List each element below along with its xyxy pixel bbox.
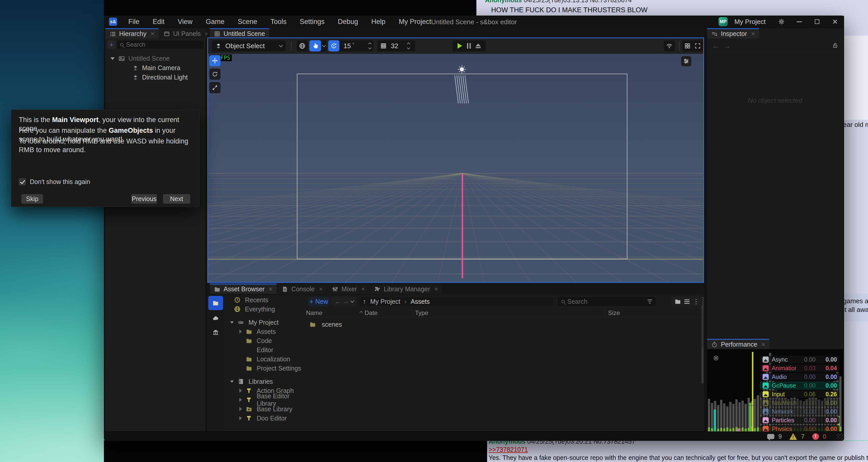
grid-snap-control[interactable]: 32 <box>377 40 415 52</box>
menu-item[interactable]: Debug <box>331 16 365 28</box>
project-badge[interactable]: MP <box>718 17 728 26</box>
local-files-button[interactable] <box>208 296 223 310</box>
scale-tool-button[interactable] <box>209 82 220 93</box>
asset-tree-item[interactable]: Base Editor Library <box>224 395 302 404</box>
asset-tree-item[interactable]: Doo Editor <box>224 413 302 423</box>
file-row-scenes[interactable]: scenes <box>303 319 704 330</box>
panel-tab[interactable]: UI Panels <box>159 28 213 38</box>
dont-show-again-checkbox[interactable] <box>19 178 26 185</box>
pointer-button[interactable] <box>309 40 321 52</box>
files-scrollbar[interactable] <box>702 309 704 347</box>
menu-item[interactable]: Tools <box>264 16 293 28</box>
perf-legend-row[interactable]: Input 0.06 0.26 <box>760 391 839 398</box>
add-gameobject-button[interactable]: + <box>107 40 116 49</box>
forward-icon[interactable]: → <box>342 298 349 306</box>
column-divider[interactable] <box>363 310 363 316</box>
perf-legend-row[interactable]: GcPause 0.00 0.00 <box>760 382 839 389</box>
tab-untitled-scene[interactable]: Untitled Scene <box>210 28 269 38</box>
quote-link[interactable]: >>737821071 <box>489 446 528 453</box>
filter-icon[interactable] <box>648 299 652 304</box>
menu-item[interactable]: Settings <box>293 16 331 28</box>
menu-item[interactable]: File <box>122 16 146 28</box>
column-header-date[interactable]: Date <box>365 309 378 317</box>
asset-search-input[interactable]: Search <box>558 297 656 306</box>
hierarchy-tree-item[interactable]: Directional Light <box>105 73 205 82</box>
new-asset-button[interactable]: + New <box>308 297 329 306</box>
warning-icon[interactable] <box>789 433 797 440</box>
pointer-snap-button[interactable] <box>309 40 327 52</box>
asset-tree-item[interactable]: Assets <box>224 327 302 336</box>
cloud-assets-button[interactable] <box>208 311 223 325</box>
resize-grip[interactable] <box>836 433 843 440</box>
asset-tree-item[interactable]: Recents <box>224 295 302 305</box>
panel-tab[interactable]: Console <box>278 284 327 294</box>
asset-tree-item[interactable]: Editor <box>224 345 302 354</box>
settings-gear-button[interactable] <box>776 17 787 27</box>
viewport-settings-button[interactable] <box>681 56 691 66</box>
expand-caret-icon[interactable] <box>111 57 115 60</box>
network-status-button[interactable] <box>664 40 675 52</box>
pause-button[interactable] <box>467 43 471 49</box>
perf-legend-row[interactable]: Async 0.00 0.00 <box>760 356 839 364</box>
tab-performance[interactable]: Performance <box>707 339 769 349</box>
menu-item[interactable]: Scene <box>231 16 264 28</box>
rotation-snap-button[interactable] <box>328 40 339 52</box>
stop-button[interactable] <box>476 44 481 48</box>
chevron-down-icon[interactable] <box>350 299 354 303</box>
back-icon[interactable]: ← <box>334 298 341 306</box>
perf-legend-row[interactable]: Animation 0.03 0.04 <box>760 365 839 372</box>
panel-tab[interactable]: Hierarchy <box>105 28 158 38</box>
breadcrumb-item[interactable]: Assets <box>411 298 430 305</box>
column-header-type[interactable]: Type <box>415 309 428 317</box>
rotate-tool-button[interactable] <box>209 68 220 80</box>
fullscreen-icon[interactable] <box>694 42 701 49</box>
perf-legend-row[interactable]: Particles 0.00 0.00 <box>760 416 839 424</box>
close-button[interactable] <box>829 17 840 27</box>
more-options-icon[interactable]: ⋮ <box>693 298 700 306</box>
next-button[interactable]: Next <box>163 194 190 204</box>
rotation-snap-value[interactable]: 15 <box>343 42 351 50</box>
panel-tab[interactable]: Mixer <box>328 284 369 294</box>
perf-legend-row[interactable]: NavMesh 0.00 0.00 <box>760 399 839 407</box>
asset-tree-item[interactable]: Base Library <box>224 404 302 413</box>
close-tab-icon[interactable] <box>269 287 273 291</box>
play-button[interactable] <box>458 43 462 49</box>
expand-caret-icon[interactable] <box>239 388 242 393</box>
asset-tree-item[interactable]: Code <box>224 336 302 345</box>
quad-view-icon[interactable] <box>684 42 691 49</box>
menu-item[interactable]: Edit <box>146 16 172 28</box>
messages-icon[interactable] <box>767 434 774 439</box>
perf-legend-row[interactable]: Network 0.00 0.00 <box>760 408 839 415</box>
error-icon[interactable]: ! <box>812 433 819 440</box>
directional-light-gizmo[interactable] <box>449 62 475 108</box>
asset-tree-item[interactable]: Everything <box>224 305 302 314</box>
skip-button[interactable]: Skip <box>21 194 43 204</box>
pointer-dropdown[interactable] <box>321 45 327 47</box>
folder-view-icon[interactable] <box>675 298 681 305</box>
grid-snap-value[interactable]: 32 <box>391 42 398 50</box>
world-space-button[interactable] <box>297 40 308 52</box>
hierarchy-tree-item[interactable]: Untitled Scene <box>105 54 205 63</box>
expand-caret-icon[interactable] <box>239 398 242 402</box>
close-tab-icon[interactable] <box>761 343 765 346</box>
project-name[interactable]: My Project <box>734 18 766 26</box>
close-tab-icon[interactable] <box>434 287 438 291</box>
close-tab-icon[interactable] <box>361 287 365 291</box>
asset-tree-item[interactable]: Project Settings <box>224 364 302 373</box>
minimize-button[interactable] <box>794 17 805 27</box>
column-divider[interactable] <box>605 310 605 316</box>
asset-tree-item[interactable]: Localization <box>224 354 302 364</box>
menu-item[interactable]: Help <box>365 16 392 28</box>
hierarchy-search-input[interactable]: Search <box>117 40 204 49</box>
tab-inspector[interactable]: Inspector <box>707 28 759 38</box>
menu-item[interactable]: View <box>171 16 199 28</box>
breadcrumb-item[interactable]: My Project <box>370 298 400 305</box>
asset-tree-item[interactable]: Libraries <box>224 377 302 386</box>
close-tab-icon[interactable] <box>319 287 322 291</box>
expand-caret-icon[interactable] <box>230 321 234 324</box>
panel-tab[interactable]: Asset Browser <box>210 284 277 294</box>
asset-tree-item[interactable]: My Project <box>224 318 302 327</box>
viewport-scene[interactable]: 59 FPS <box>208 54 703 282</box>
rotation-snap-control[interactable]: 15 ° <box>328 40 374 52</box>
expand-caret-icon[interactable] <box>230 380 234 383</box>
